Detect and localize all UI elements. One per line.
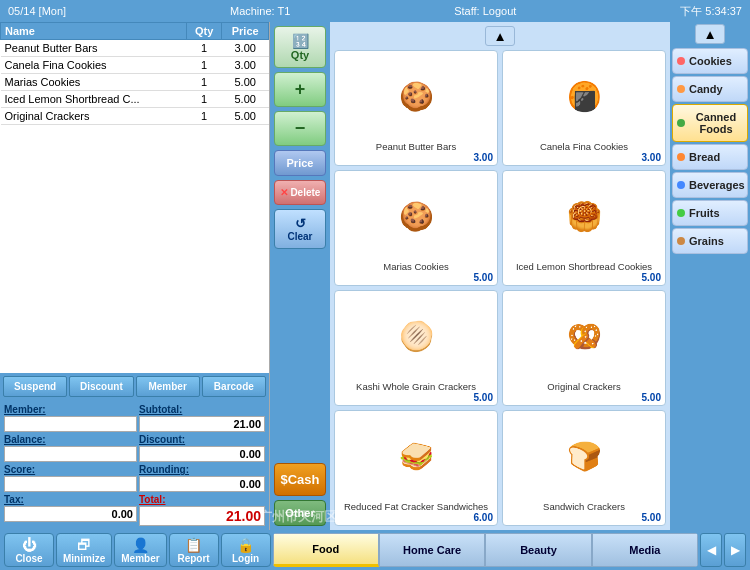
header-time: 下午 5:34:37 <box>680 4 742 19</box>
balance-label: Balance: <box>4 434 137 445</box>
close-button[interactable]: ⏻ Close <box>4 533 54 567</box>
category-bread[interactable]: Bread <box>672 144 748 170</box>
member-icon: 👤 <box>132 537 149 553</box>
lock-icon: 🔒 <box>237 537 254 553</box>
minimize-icon: 🗗 <box>77 537 91 553</box>
table-row[interactable]: Canela Fina Cookies 1 3.00 <box>1 57 269 74</box>
cat-dot <box>677 85 685 93</box>
product-item[interactable]: 🥮 Iced Lemon Shortbread Cookies 5.00 <box>502 170 666 286</box>
product-grid: 🍪 Peanut Butter Bars 3.00 🍘 Canela Fina … <box>332 48 668 528</box>
power-icon: ⏻ <box>22 537 36 553</box>
discount-label: Discount: <box>139 434 265 445</box>
cat-label: Canned Foods <box>689 111 743 135</box>
product-item[interactable]: 🥪 Reduced Fat Cracker Sandwiches 6.00 <box>334 410 498 526</box>
suspend-button[interactable]: Suspend <box>3 376 67 397</box>
cash-button[interactable]: $Cash <box>274 463 326 496</box>
row-name: Peanut Butter Bars <box>1 40 187 57</box>
product-image: 🍞 <box>505 413 663 501</box>
category-cookies[interactable]: Cookies <box>672 48 748 74</box>
scroll-left-button[interactable]: ◀ <box>700 533 722 567</box>
col-qty: Qty <box>186 23 222 40</box>
score-label: Score: <box>4 464 137 475</box>
category-canned-foods[interactable]: Canned Foods <box>672 104 748 142</box>
scroll-right-button[interactable]: ▶ <box>724 533 746 567</box>
price-button[interactable]: Price <box>274 150 326 176</box>
tab-area: FoodHome CareBeautyMedia <box>273 533 698 567</box>
cat-label: Grains <box>689 235 724 247</box>
tab-food[interactable]: Food <box>273 533 379 567</box>
cat-dot <box>677 181 685 189</box>
row-qty: 1 <box>186 91 222 108</box>
minus-button[interactable]: − <box>274 111 326 146</box>
product-name: Peanut Butter Bars <box>376 141 456 152</box>
product-name: Sandwich Crackers <box>543 501 625 512</box>
product-image: 🥨 <box>505 293 663 381</box>
tab-beauty[interactable]: Beauty <box>485 533 591 567</box>
product-item[interactable]: 🍞 Sandwich Crackers 5.00 <box>502 410 666 526</box>
plus-button[interactable]: + <box>274 72 326 107</box>
tab-media[interactable]: Media <box>592 533 698 567</box>
product-price: 3.00 <box>337 152 495 163</box>
minimize-button[interactable]: 🗗 Minimize <box>56 533 112 567</box>
product-scroll-up[interactable]: ▲ <box>485 26 515 46</box>
cat-dot <box>677 153 685 161</box>
other-button[interactable]: Other <box>274 500 326 526</box>
report-icon: 📋 <box>185 537 202 553</box>
subtotal-label: Subtotal: <box>139 404 265 415</box>
cat-label: Cookies <box>689 55 732 67</box>
cat-label: Fruits <box>689 207 720 219</box>
mid-controls: 🔢 Qty + − Price ✕ Delete ↺ Clear $Cash O… <box>270 22 330 530</box>
member-input[interactable] <box>4 416 137 432</box>
barcode-button[interactable]: Barcode <box>202 376 266 397</box>
category-fruits[interactable]: Fruits <box>672 200 748 226</box>
category-candy[interactable]: Candy <box>672 76 748 102</box>
product-price: 6.00 <box>337 512 495 523</box>
table-row[interactable]: Peanut Butter Bars 1 3.00 <box>1 40 269 57</box>
balance-input[interactable] <box>4 446 137 462</box>
table-row[interactable]: Marias Cookies 1 5.00 <box>1 74 269 91</box>
clear-button[interactable]: ↺ Clear <box>274 209 326 249</box>
footer-nav: ◀ ▶ <box>700 533 746 567</box>
row-price: 3.00 <box>222 40 269 57</box>
discount-button[interactable]: Discount <box>69 376 133 397</box>
score-input[interactable] <box>4 476 137 492</box>
tab-home-care[interactable]: Home Care <box>379 533 485 567</box>
footer: ⏻ Close 🗗 Minimize 👤 Member 📋 Report 🔒 L… <box>0 530 750 570</box>
total-field: Total: 21.00 <box>139 494 265 526</box>
category-grains[interactable]: Grains <box>672 228 748 254</box>
discount-value: 0.00 <box>139 446 265 462</box>
category-beverages[interactable]: Beverages <box>672 172 748 198</box>
product-item[interactable]: 🍪 Marias Cookies 5.00 <box>334 170 498 286</box>
action-row: Suspend Discount Member Barcode <box>0 373 269 400</box>
row-name: Canela Fina Cookies <box>1 57 187 74</box>
member-button[interactable]: Member <box>136 376 200 397</box>
product-item[interactable]: 🥨 Original Crackers 5.00 <box>502 290 666 406</box>
product-name: Marias Cookies <box>383 261 448 272</box>
member-footer-button[interactable]: 👤 Member <box>114 533 166 567</box>
category-scroll-up[interactable]: ▲ <box>695 24 725 44</box>
row-price: 5.00 <box>222 91 269 108</box>
delete-button[interactable]: ✕ Delete <box>274 180 326 205</box>
product-price: 5.00 <box>505 272 663 283</box>
row-name: Iced Lemon Shortbread C... <box>1 91 187 108</box>
product-item[interactable]: 🍪 Peanut Butter Bars 3.00 <box>334 50 498 166</box>
balance-field: Balance: <box>4 434 137 462</box>
category-list: Cookies Candy Canned Foods Bread Beverag… <box>672 48 748 256</box>
report-button[interactable]: 📋 Report <box>169 533 219 567</box>
product-image: 🍪 <box>337 53 495 141</box>
table-row[interactable]: Original Crackers 1 5.00 <box>1 108 269 125</box>
product-price: 5.00 <box>505 512 663 523</box>
cat-dot <box>677 119 685 127</box>
product-item[interactable]: 🫓 Kashi Whole Grain Crackers 5.00 <box>334 290 498 406</box>
product-name: Original Crackers <box>547 381 620 392</box>
delete-x-icon: ✕ <box>280 187 288 198</box>
discount-field: Discount: 0.00 <box>139 434 265 462</box>
product-nav-up: ▲ <box>332 24 668 48</box>
row-qty: 1 <box>186 57 222 74</box>
cat-label: Beverages <box>689 179 745 191</box>
product-image: 🍘 <box>505 53 663 141</box>
table-row[interactable]: Iced Lemon Shortbread C... 1 5.00 <box>1 91 269 108</box>
qty-button[interactable]: 🔢 Qty <box>274 26 326 68</box>
product-item[interactable]: 🍘 Canela Fina Cookies 3.00 <box>502 50 666 166</box>
login-button[interactable]: 🔒 Login <box>221 533 271 567</box>
